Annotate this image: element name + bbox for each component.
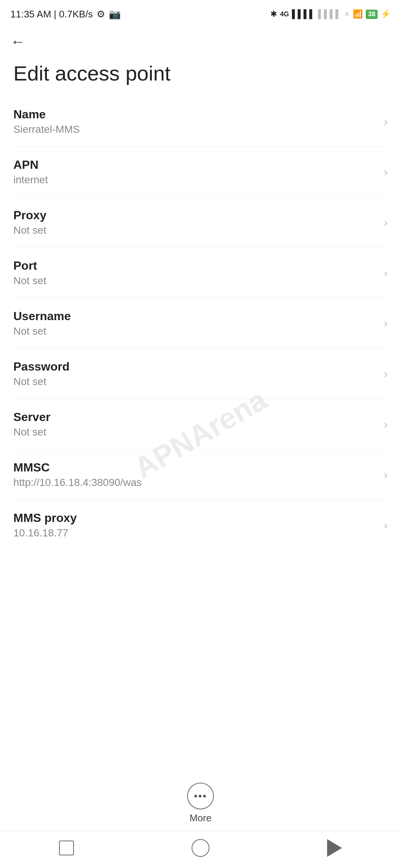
video-icon: 📷 bbox=[109, 9, 121, 20]
settings-item-label-0: Name bbox=[13, 108, 378, 121]
settings-list: Name Sierratel-MMS › APN internet › Prox… bbox=[0, 96, 401, 774]
bluetooth-icon: ✱ bbox=[270, 9, 277, 19]
chevron-right-icon: › bbox=[384, 166, 388, 178]
settings-item-value-1: internet bbox=[13, 174, 378, 186]
chevron-right-icon: › bbox=[384, 267, 388, 279]
settings-item-content: MMSC http://10.16.18.4:38090/was bbox=[13, 461, 378, 489]
nav-bar bbox=[0, 831, 401, 868]
battery-display: 38 bbox=[366, 10, 378, 19]
chevron-right-icon: › bbox=[384, 368, 388, 380]
chevron-right-icon: › bbox=[384, 216, 388, 229]
status-right: ✱ 4G ▌▌▌▌ ▌▌▌▌ ✕ 📶 38 ⚡ bbox=[270, 9, 391, 19]
settings-item[interactable]: Server Not set › bbox=[13, 399, 388, 450]
chevron-right-icon: › bbox=[384, 418, 388, 431]
settings-item[interactable]: Username Not set › bbox=[13, 298, 388, 349]
settings-item-value-6: Not set bbox=[13, 426, 378, 438]
settings-item-label-6: Server bbox=[13, 410, 378, 424]
settings-item[interactable]: MMSC http://10.16.18.4:38090/was › bbox=[13, 450, 388, 500]
settings-item-content: Name Sierratel-MMS bbox=[13, 108, 378, 135]
more-dots-icon: ••• bbox=[194, 790, 207, 802]
settings-item-label-2: Proxy bbox=[13, 208, 378, 222]
nav-recent-button[interactable] bbox=[59, 841, 74, 855]
settings-item[interactable]: Proxy Not set › bbox=[13, 197, 388, 248]
settings-item-label-1: APN bbox=[13, 158, 378, 172]
chevron-right-icon: › bbox=[384, 317, 388, 330]
nav-recent-icon bbox=[59, 841, 74, 855]
chevron-right-icon: › bbox=[384, 468, 388, 481]
settings-item-value-8: 10.16.18.77 bbox=[13, 527, 378, 539]
signal-bars2-icon: ▌▌▌▌ bbox=[318, 9, 341, 19]
back-arrow-icon: ← bbox=[10, 33, 25, 50]
settings-item-value-3: Not set bbox=[13, 275, 378, 287]
signal-4g-icon: 4G bbox=[280, 10, 289, 18]
more-label: More bbox=[189, 812, 211, 824]
more-button[interactable]: ••• More bbox=[187, 783, 214, 824]
wifi-icon: 📶 bbox=[353, 9, 363, 19]
settings-item[interactable]: Name Sierratel-MMS › bbox=[13, 96, 388, 147]
settings-item-value-0: Sierratel-MMS bbox=[13, 124, 378, 135]
signal-bars-icon: ▌▌▌▌ bbox=[292, 9, 315, 19]
chevron-right-icon: › bbox=[384, 115, 388, 128]
settings-item[interactable]: Port Not set › bbox=[13, 248, 388, 298]
charging-icon: ⚡ bbox=[381, 9, 391, 19]
settings-item-label-5: Password bbox=[13, 360, 378, 374]
settings-item-content: Port Not set bbox=[13, 259, 378, 287]
settings-item[interactable]: APN internet › bbox=[13, 147, 388, 197]
signal-x-icon: ✕ bbox=[344, 10, 350, 18]
settings-icon: ⚙ bbox=[97, 9, 105, 20]
settings-item-value-5: Not set bbox=[13, 376, 378, 388]
nav-back-button[interactable] bbox=[327, 839, 342, 857]
chevron-right-icon: › bbox=[384, 519, 388, 532]
status-bar: 11:35 AM | 0.7KB/s ⚙ 📷 ✱ 4G ▌▌▌▌ ▌▌▌▌ ✕ … bbox=[0, 0, 401, 26]
page-title: Edit access point bbox=[0, 54, 401, 96]
settings-item-value-4: Not set bbox=[13, 325, 378, 337]
settings-item[interactable]: Password Not set › bbox=[13, 349, 388, 399]
back-button[interactable]: ← bbox=[0, 26, 401, 54]
nav-back-icon bbox=[327, 839, 342, 857]
settings-item-content: Proxy Not set bbox=[13, 208, 378, 236]
bottom-action: ••• More bbox=[0, 774, 401, 831]
nav-home-button[interactable] bbox=[192, 839, 209, 857]
settings-item-value-7: http://10.16.18.4:38090/was bbox=[13, 477, 378, 489]
settings-item-value-2: Not set bbox=[13, 224, 378, 236]
settings-item-content: APN internet bbox=[13, 158, 378, 186]
settings-item-content: MMS proxy 10.16.18.77 bbox=[13, 511, 378, 539]
more-circle-icon: ••• bbox=[187, 783, 214, 809]
nav-home-icon bbox=[192, 839, 209, 857]
settings-item[interactable]: MMS proxy 10.16.18.77 › bbox=[13, 500, 388, 550]
settings-item-label-3: Port bbox=[13, 259, 378, 273]
settings-item-label-4: Username bbox=[13, 309, 378, 323]
settings-item-label-8: MMS proxy bbox=[13, 511, 378, 525]
status-left: 11:35 AM | 0.7KB/s ⚙ 📷 bbox=[10, 9, 121, 20]
settings-item-content: Server Not set bbox=[13, 410, 378, 438]
settings-item-label-7: MMSC bbox=[13, 461, 378, 474]
time-display: 11:35 AM | 0.7KB/s bbox=[10, 9, 93, 20]
settings-item-content: Password Not set bbox=[13, 360, 378, 388]
settings-item-content: Username Not set bbox=[13, 309, 378, 337]
